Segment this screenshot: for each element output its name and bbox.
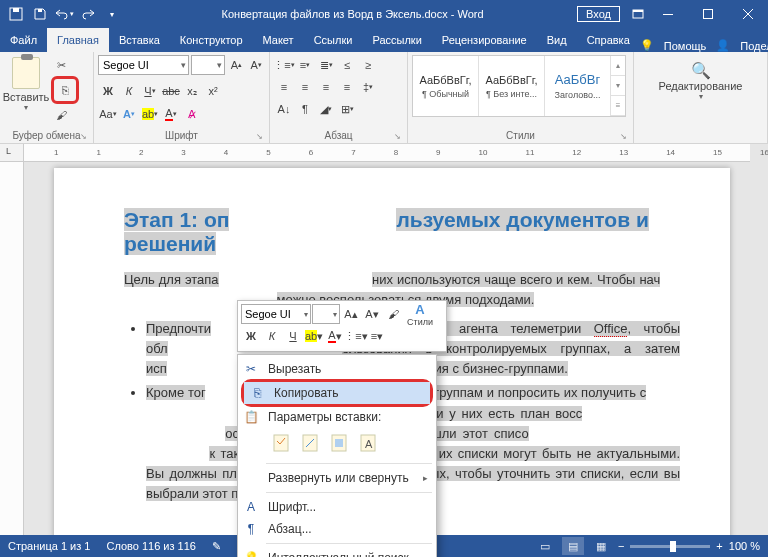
ctx-copy[interactable]: ⎘Копировать bbox=[244, 382, 430, 404]
ruler-horizontal[interactable]: 112345678910111213141516 bbox=[24, 144, 750, 162]
ctx-font[interactable]: AШрифт... bbox=[238, 496, 436, 518]
bold-button[interactable]: Ж bbox=[98, 81, 118, 101]
align-center-button[interactable]: ≡ bbox=[295, 77, 315, 97]
status-wordcount[interactable]: Слово 116 из 116 bbox=[106, 540, 196, 552]
show-marks-button[interactable]: ¶ bbox=[295, 99, 315, 119]
launcher-icon[interactable]: ↘ bbox=[256, 132, 263, 141]
view-web-layout[interactable]: ▦ bbox=[590, 537, 612, 555]
font-family-combo[interactable]: Segoe UI bbox=[98, 55, 189, 75]
style-scroll[interactable]: ▴▾≡ bbox=[611, 56, 625, 116]
mini-font-combo[interactable]: Segoe UI bbox=[241, 304, 311, 324]
mini-italic[interactable]: К bbox=[262, 326, 282, 346]
style-no-spacing[interactable]: АаБбВвГг,¶ Без инте... bbox=[479, 56, 545, 116]
paste-text-only[interactable]: A bbox=[355, 430, 381, 456]
zoom-in-button[interactable]: + bbox=[716, 540, 722, 552]
mini-font-color[interactable]: A▾ bbox=[325, 326, 345, 346]
launcher-icon[interactable]: ↘ bbox=[394, 132, 401, 141]
paste-merge[interactable] bbox=[297, 430, 323, 456]
shading-button[interactable]: ◢▾ bbox=[316, 99, 336, 119]
copy-button[interactable]: ⎘ bbox=[55, 80, 75, 100]
underline-button[interactable]: Ч▾ bbox=[140, 81, 160, 101]
zoom-slider[interactable] bbox=[630, 545, 710, 548]
share-button[interactable]: Поделиться bbox=[740, 40, 768, 52]
view-print-layout[interactable]: ▤ bbox=[562, 537, 584, 555]
undo-icon[interactable]: ▾ bbox=[54, 4, 74, 24]
tab-home[interactable]: Главная bbox=[47, 28, 109, 52]
ruler-vertical[interactable] bbox=[0, 162, 24, 557]
tab-help[interactable]: Справка bbox=[577, 28, 640, 52]
tellme-button[interactable]: Помощь bbox=[664, 40, 707, 52]
style-heading[interactable]: АаБбВгЗаголово... bbox=[545, 56, 611, 116]
tab-design[interactable]: Конструктор bbox=[170, 28, 253, 52]
save-icon[interactable] bbox=[30, 4, 50, 24]
text-effects-button[interactable]: A▾ bbox=[119, 104, 139, 124]
ribbon-options-icon[interactable] bbox=[628, 4, 648, 24]
tab-references[interactable]: Ссылки bbox=[304, 28, 363, 52]
qat-customize-icon[interactable]: ▾ bbox=[102, 4, 122, 24]
status-page[interactable]: Страница 1 из 1 bbox=[8, 540, 90, 552]
format-painter-button[interactable]: 🖌 bbox=[51, 105, 71, 125]
maximize-button[interactable] bbox=[688, 0, 728, 28]
change-case-button[interactable]: Aa▾ bbox=[98, 104, 118, 124]
mini-format-painter[interactable]: 🖌 bbox=[383, 304, 403, 324]
shrink-font-button[interactable]: A▾ bbox=[247, 55, 265, 75]
font-color-button[interactable]: A▾ bbox=[161, 104, 181, 124]
status-proofing-icon[interactable]: ✎ bbox=[212, 540, 221, 553]
numbering-button[interactable]: ≡▾ bbox=[295, 55, 315, 75]
ctx-smart-lookup[interactable]: 💡Интеллектуальный поиск bbox=[238, 547, 436, 557]
mini-size-combo[interactable] bbox=[312, 304, 340, 324]
bullets-button[interactable]: ⋮≡▾ bbox=[274, 55, 294, 75]
launcher-icon[interactable]: ↘ bbox=[620, 132, 627, 141]
align-right-button[interactable]: ≡ bbox=[316, 77, 336, 97]
mini-highlight[interactable]: ab▾ bbox=[304, 326, 324, 346]
minimize-button[interactable] bbox=[648, 0, 688, 28]
ctx-expand[interactable]: Развернуть или свернуть▸ bbox=[238, 467, 436, 489]
sort-button[interactable]: A↓ bbox=[274, 99, 294, 119]
mini-styles-button[interactable]: AСтили bbox=[404, 304, 436, 324]
tab-layout[interactable]: Макет bbox=[253, 28, 304, 52]
paste-keep-source[interactable] bbox=[268, 430, 294, 456]
close-button[interactable] bbox=[728, 0, 768, 28]
launcher-icon[interactable]: ↘ bbox=[80, 132, 87, 141]
paste-button[interactable]: Вставить ▾ bbox=[4, 55, 48, 129]
line-spacing-button[interactable]: ‡▾ bbox=[358, 77, 378, 97]
style-normal[interactable]: АаБбВвГг,¶ Обычный bbox=[413, 56, 479, 116]
multilevel-button[interactable]: ≣▾ bbox=[316, 55, 336, 75]
tab-insert[interactable]: Вставка bbox=[109, 28, 170, 52]
redo-icon[interactable] bbox=[78, 4, 98, 24]
font-size-combo[interactable] bbox=[191, 55, 225, 75]
tab-file[interactable]: Файл bbox=[0, 28, 47, 52]
zoom-out-button[interactable]: − bbox=[618, 540, 624, 552]
editing-button[interactable]: 🔍 Редактирование ▾ bbox=[656, 55, 746, 129]
mini-shrink-font[interactable]: A▾ bbox=[362, 304, 382, 324]
superscript-button[interactable]: x² bbox=[203, 81, 223, 101]
decrease-indent-button[interactable]: ≤ bbox=[337, 55, 357, 75]
mini-bold[interactable]: Ж bbox=[241, 326, 261, 346]
paste-picture[interactable] bbox=[326, 430, 352, 456]
zoom-level[interactable]: 100 % bbox=[729, 540, 760, 552]
cut-button[interactable]: ✂ bbox=[51, 55, 71, 75]
highlight-button[interactable]: ab▾ bbox=[140, 104, 160, 124]
italic-button[interactable]: К bbox=[119, 81, 139, 101]
subscript-button[interactable]: x₂ bbox=[182, 81, 202, 101]
mini-numbering[interactable]: ≡▾ bbox=[367, 326, 387, 346]
tab-view[interactable]: Вид bbox=[537, 28, 577, 52]
tab-review[interactable]: Рецензирование bbox=[432, 28, 537, 52]
increase-indent-button[interactable]: ≥ bbox=[358, 55, 378, 75]
justify-button[interactable]: ≡ bbox=[337, 77, 357, 97]
style-gallery[interactable]: АаБбВвГг,¶ Обычный АаБбВвГг,¶ Без инте..… bbox=[412, 55, 626, 117]
tab-mailings[interactable]: Рассылки bbox=[362, 28, 431, 52]
ctx-cut[interactable]: ✂Вырезать bbox=[238, 358, 436, 380]
view-read-mode[interactable]: ▭ bbox=[534, 537, 556, 555]
align-left-button[interactable]: ≡ bbox=[274, 77, 294, 97]
mini-grow-font[interactable]: A▴ bbox=[341, 304, 361, 324]
strike-button[interactable]: abc bbox=[161, 81, 181, 101]
mini-bullets[interactable]: ⋮≡▾ bbox=[346, 326, 366, 346]
ctx-paragraph[interactable]: ¶Абзац... bbox=[238, 518, 436, 540]
mini-underline[interactable]: Ч bbox=[283, 326, 303, 346]
grow-font-button[interactable]: A▴ bbox=[227, 55, 245, 75]
clear-format-button[interactable]: A̷ bbox=[182, 104, 202, 124]
borders-button[interactable]: ⊞▾ bbox=[337, 99, 357, 119]
autosave-icon[interactable] bbox=[6, 4, 26, 24]
sign-in-button[interactable]: Вход bbox=[577, 6, 620, 22]
